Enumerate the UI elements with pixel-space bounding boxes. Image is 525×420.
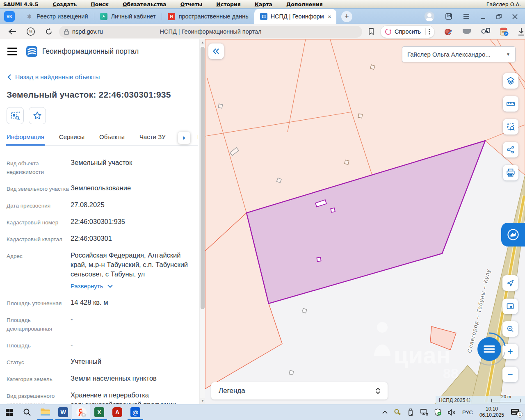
notification-center-icon[interactable]: 1 [511, 409, 519, 416]
tab-overflow[interactable]: Г [197, 133, 198, 140]
zoom-to-object-button[interactable] [7, 107, 24, 124]
tray-volume-muted-icon[interactable] [448, 409, 456, 415]
tab-label: пространственные данны [179, 13, 249, 20]
kebab-menu-icon[interactable] [429, 28, 430, 35]
search-by-area-button[interactable] [503, 119, 518, 135]
bookmarks-panel-icon[interactable] [445, 13, 452, 20]
bookmark-flag-icon[interactable] [368, 28, 374, 35]
ruler-tool-button[interactable] [503, 96, 518, 112]
clock-date: 06.10.2025 [479, 412, 504, 418]
feedback-sketch-tab[interactable] [501, 223, 525, 247]
chevron-left-icon [7, 74, 11, 80]
yandex-home-icon[interactable]: Я [26, 27, 35, 36]
expand-address-link[interactable]: Развернуть [71, 281, 196, 291]
zoom-out-button[interactable]: − [502, 367, 518, 382]
tray-network-icon[interactable] [420, 409, 428, 415]
attribution-text: НСПД 2025 © [439, 397, 470, 403]
language-indicator[interactable]: РУС [462, 409, 473, 415]
page-content: Геоинформационный портал Назад в найденн… [0, 39, 525, 404]
legend-bar[interactable]: Легенда [211, 382, 388, 399]
tabs-scroll-right-button[interactable] [178, 132, 190, 144]
tray-security-shield-icon[interactable] [434, 409, 441, 416]
collapse-panel-button[interactable] [208, 43, 224, 59]
map-user-dropdown[interactable]: Гайслер Ольга Александро... ▼ [402, 46, 516, 62]
downloads-icon[interactable] [518, 28, 525, 36]
field-value: 22:46:030301:935 [71, 217, 125, 227]
taskbar-yandex-browser-active[interactable] [72, 404, 90, 420]
reload-icon[interactable] [45, 28, 52, 35]
taskbar-mail[interactable]: @ [126, 404, 144, 420]
menu-create[interactable]: Создать [52, 1, 77, 7]
field-value: 27.08.2025 [71, 200, 105, 210]
field-row: Площадь уточненная 14 428 кв. м [7, 298, 196, 308]
back-to-results-link[interactable]: Назад в найденные объекты [7, 73, 205, 81]
map-viewport[interactable]: циан 88 Славгород – Табуны – Кулу Гайсле… [205, 39, 525, 404]
tab-services[interactable]: Сервисы [59, 133, 84, 140]
field-row: Статус Учтенный [7, 357, 196, 367]
browser-tab-registry[interactable]: Реестр извещений [20, 9, 94, 24]
browser-tab-nspd-active[interactable]: НСПД | Геоинформаци × [254, 9, 336, 24]
menu-reports[interactable]: Отчеты [180, 1, 203, 7]
field-label: Дата присвоения [7, 200, 71, 210]
tray-keepass-icon[interactable] [394, 409, 401, 416]
chevron-right-icon [183, 136, 186, 140]
windows-taskbar: W X A @ РУС 10:1 [0, 404, 525, 420]
browser-tab-account[interactable]: Личный кабинет [94, 9, 162, 24]
extension-mask-icon[interactable] [462, 29, 472, 34]
scroll-down-icon[interactable]: ▼ [200, 398, 205, 404]
field-row: Дата присвоения 27.08.2025 [7, 200, 196, 210]
field-label: Адрес [7, 251, 71, 291]
scroll-up-icon[interactable]: ▲ [200, 39, 205, 46]
field-value: Российская Федерация, Алтайский край, м.… [71, 251, 188, 278]
layers-tool-button[interactable] [503, 73, 518, 89]
coat-of-arms-icon [25, 13, 33, 20]
print-button[interactable] [503, 165, 518, 180]
my-location-button[interactable] [502, 275, 518, 291]
menu-search[interactable]: Поиск [91, 1, 109, 7]
tray-expand-icon[interactable] [382, 411, 388, 414]
profile-avatar[interactable] [425, 11, 434, 21]
tab-close-icon[interactable]: × [327, 13, 332, 20]
share-button[interactable] [503, 142, 518, 158]
extension-tabs-key-icon[interactable] [481, 27, 491, 36]
chevron-down-icon [107, 285, 113, 288]
legend-expand-icon[interactable] [376, 388, 380, 394]
start-button[interactable] [0, 404, 18, 420]
tab-information[interactable]: Информация [7, 133, 44, 140]
window-close-icon[interactable] [512, 14, 518, 19]
taskbar-file-explorer[interactable] [36, 404, 54, 420]
hamburger-menu-icon[interactable] [7, 48, 17, 55]
browser-tab-spatial-data[interactable]: Я пространственные данны [162, 9, 254, 24]
taskbar-word[interactable]: W [54, 404, 72, 420]
back-icon[interactable] [8, 28, 16, 35]
tab-objects[interactable]: Объекты [99, 133, 125, 140]
tray-usb-icon[interactable] [408, 409, 413, 416]
scrollbar-thumb[interactable] [201, 47, 205, 309]
account-favicon-icon [100, 13, 107, 20]
taskbar-search-icon[interactable] [18, 404, 36, 420]
tab-parts[interactable]: Части ЗУ [139, 133, 166, 140]
taskbar-acrobat[interactable]: A [108, 404, 126, 420]
overview-map-button[interactable] [502, 299, 518, 314]
field-value: 14 428 кв. м [71, 298, 108, 308]
menu-obligations[interactable]: Обязательства [123, 1, 167, 7]
taskbar-clock[interactable]: 10:10 06.10.2025 [479, 406, 504, 418]
window-minimize-icon[interactable] [480, 14, 486, 19]
browser-menu-icon[interactable] [463, 14, 470, 19]
new-tab-button[interactable]: + [341, 11, 352, 22]
extension-verified-icon[interactable] [500, 27, 509, 36]
chat-widget[interactable] [471, 331, 508, 368]
ask-ai-button[interactable]: Спросить [380, 25, 435, 38]
menu-map[interactable]: Карта [255, 1, 272, 7]
menu-addons[interactable]: Дополнения [286, 1, 323, 7]
address-bar[interactable]: nspd.gov.ru НСПД | Геоинформационный пор… [59, 26, 362, 38]
extension-editor-icon[interactable] [444, 27, 453, 36]
panel-scrollbar[interactable]: ▲ ▼ [199, 39, 205, 404]
field-label: Площадь декларированная [7, 315, 71, 333]
favorite-star-button[interactable] [29, 107, 46, 124]
back-link-label: Назад в найденные объекты [15, 73, 100, 81]
menu-history[interactable]: История [216, 1, 240, 7]
vk-sidebar-icon[interactable]: VK [4, 11, 15, 22]
taskbar-excel[interactable]: X [90, 404, 108, 420]
window-restore-icon[interactable] [496, 14, 502, 19]
